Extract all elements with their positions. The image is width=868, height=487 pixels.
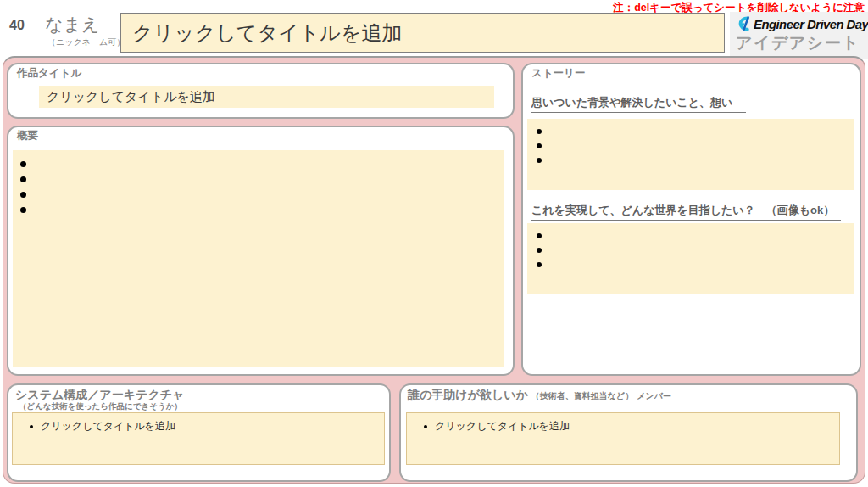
story-background-heading: 思いついた背景や解決したいこと、想い — [531, 95, 746, 113]
overview-label: 概要 — [17, 129, 38, 143]
help-panel: 誰の手助けが欲しいか （技術者、資料担当など） メンバー クリックしてタイトルを… — [399, 383, 858, 482]
bullet-dot — [537, 158, 542, 163]
idea-sheet-slide: 注：delキーで誤ってシートを削除しないように注意 40 なまえ （ニックネーム… — [0, 0, 868, 487]
bullet-dot — [30, 425, 33, 428]
architecture-panel: システム構成／アーキテクチャ （どんな技術を使ったら作品にできそうか） クリック… — [7, 383, 391, 482]
story-panel: ストーリー 思いついた背景や解決したいこと、想い これを実現して、どんな世界を目… — [521, 63, 861, 376]
bullet-dot — [537, 248, 542, 253]
story-vision-heading: これを実現して、どんな世界を目指したい？ （画像もok） — [531, 203, 841, 221]
name-label: なまえ — [45, 13, 99, 36]
help-label-suffix: メンバー — [637, 391, 671, 400]
story-label: ストーリー — [531, 66, 585, 81]
architecture-placeholder-text: クリックしてタイトルを追加 — [41, 419, 175, 434]
help-placeholder-text: クリックしてタイトルを追加 — [435, 419, 570, 434]
story-background-placeholder[interactable] — [527, 119, 854, 190]
work-title-panel: 作品タイトル クリックしてタイトルを追加 — [7, 63, 515, 119]
help-label-paren: （技術者、資料担当など） — [531, 391, 633, 400]
help-label-main: 誰の手助けが欲しいか — [408, 388, 528, 401]
edd-logo-icon — [734, 15, 751, 32]
bullet-dot — [20, 192, 26, 198]
bullet-dot — [537, 129, 542, 134]
bullet-dot — [537, 233, 542, 238]
architecture-placeholder[interactable]: クリックしてタイトルを追加 — [12, 412, 385, 465]
help-label: 誰の手助けが欲しいか （技術者、資料担当など） メンバー — [408, 388, 671, 403]
architecture-sublabel: （どんな技術を使ったら作品にできそうか） — [19, 401, 182, 412]
bullet-dot — [424, 425, 427, 428]
sheet-number: 40 — [9, 18, 25, 33]
name-note: （ニックネーム可） — [47, 36, 125, 48]
bullet-dot — [537, 143, 542, 148]
work-title-placeholder[interactable]: クリックしてタイトルを追加 — [39, 86, 494, 108]
bullet-dot — [20, 176, 26, 182]
brand-name: Engineer Driven Day — [754, 17, 868, 31]
bullet-dot — [537, 262, 542, 267]
help-placeholder[interactable]: クリックしてタイトルを追加 — [406, 412, 840, 465]
brand-block: Engineer Driven Day アイデアシート — [730, 12, 868, 59]
overview-text-placeholder[interactable] — [13, 150, 504, 367]
overview-panel: 概要 — [7, 126, 515, 376]
main-title-placeholder[interactable]: クリックしてタイトルを追加 — [120, 13, 725, 53]
sheet-type-label: アイデアシート — [730, 32, 868, 54]
work-title-label: 作品タイトル — [17, 66, 81, 81]
bullet-dot — [20, 207, 26, 213]
bullet-dot — [20, 161, 26, 167]
story-vision-placeholder[interactable] — [527, 223, 854, 294]
